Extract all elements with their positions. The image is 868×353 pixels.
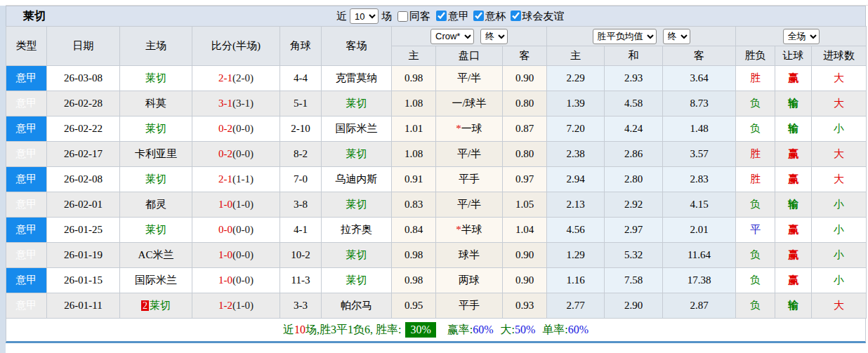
league-badge[interactable]: 意甲 (6, 167, 47, 192)
handicap-name: 平手 (459, 300, 480, 311)
handicap-result-cell: 赢 (775, 243, 812, 268)
col-header-avg-away: 客 (663, 46, 736, 66)
halftime-score: (0-0) (232, 249, 254, 260)
away-team-cell[interactable]: 莱切 (322, 243, 392, 268)
avg-away-cell: 2.83 (663, 167, 736, 192)
home-team-cell[interactable]: 卡利亚里 (120, 142, 192, 167)
halftime-score: (3-1) (232, 98, 254, 109)
filter-coppa-italia-label: 意杯 (485, 11, 506, 22)
corners-cell: 3-3 (280, 293, 322, 319)
home-team-name: 莱切 (150, 300, 171, 311)
home-team-cell[interactable]: 2莱切 (120, 293, 192, 319)
away-team-cell[interactable]: 帕尔马 (322, 293, 392, 319)
league-badge[interactable]: 意甲 (6, 91, 47, 116)
crow-final-select[interactable]: 终 (480, 29, 508, 44)
corners-cell: 4-4 (280, 66, 322, 91)
col-header-avg-home: 主 (547, 46, 605, 66)
odds-away-cell: 0.87 (503, 116, 547, 142)
odds-away-cell: 0.93 (503, 293, 547, 319)
score-cell: 0-0(0-0) (192, 218, 280, 243)
match-date: 26-01-19 (47, 243, 120, 268)
league-badge[interactable]: 意甲 (6, 243, 47, 268)
over-rate: 大:50% (501, 323, 536, 338)
goals-result-cell: 小 (812, 116, 867, 142)
away-team-cell[interactable]: 国际米兰 (322, 116, 392, 142)
col-header-odds-home: 主 (392, 46, 436, 66)
league-badge[interactable]: 意甲 (6, 293, 47, 319)
table-row: 意甲26-01-15国际米兰1-0(0-0)11-3莱切0.98两球0.901.… (6, 268, 867, 293)
halftime-score: (1-0) (232, 300, 254, 311)
league-badge[interactable]: 意甲 (6, 66, 47, 91)
avg-home-cell: 2.13 (547, 192, 605, 218)
same-away-checkbox[interactable] (397, 11, 408, 22)
bookmaker-select[interactable]: Crow* (430, 29, 474, 44)
red-card-badge: 2 (141, 300, 149, 311)
match-count-select[interactable]: 10 (350, 8, 379, 24)
away-team-cell[interactable]: 莱切 (322, 268, 392, 293)
col-header-type: 类型 (6, 27, 47, 66)
away-team-cell[interactable]: 莱切 (322, 142, 392, 167)
avg-final-select[interactable]: 终 (663, 29, 690, 44)
team-title: 莱切 (6, 9, 46, 24)
league-badge[interactable]: 意甲 (6, 218, 47, 243)
fulltime-score: 1-0 (218, 274, 232, 286)
home-team-cell[interactable]: 都灵 (120, 192, 192, 218)
away-team-cell[interactable]: 克雷莫纳 (322, 66, 392, 91)
odds-away-cell: 0.80 (503, 91, 547, 116)
scope-select[interactable]: 全场 (783, 29, 820, 44)
filter-club-friendly-label: 球会友谊 (522, 11, 565, 22)
home-team-cell[interactable]: 莱切 (120, 66, 192, 91)
home-team-cell[interactable]: AC米兰 (120, 243, 192, 268)
away-team-cell[interactable]: 莱切 (322, 192, 392, 218)
league-badge[interactable]: 意甲 (6, 192, 47, 218)
fulltime-score: 1-0 (218, 249, 232, 260)
league-badge[interactable]: 意甲 (6, 116, 47, 142)
away-team-cell[interactable]: 拉齐奥 (322, 218, 392, 243)
handicap-cell: 一/球半 (436, 91, 503, 116)
goals-result-cell: 小 (812, 218, 867, 243)
home-team-cell[interactable]: 莱切 (120, 218, 192, 243)
score-cell: 0-2(0-0) (192, 142, 280, 167)
avg-home-cell: 2.77 (547, 293, 605, 319)
col-header-score: 比分(半场) (192, 27, 280, 66)
filter-coppa-italia-checkbox[interactable] (473, 11, 484, 21)
corners-cell: 7-0 (280, 167, 322, 192)
avg-away-cell: 4.15 (663, 192, 736, 218)
home-team-cell[interactable]: 莱切 (120, 116, 192, 142)
avg-draw-cell: 4.58 (605, 91, 663, 116)
result-cell: 负 (736, 192, 775, 218)
home-team-name: 莱切 (145, 72, 166, 84)
col-header-corner: 角球 (280, 27, 322, 66)
avg-away-cell: 3.57 (663, 142, 736, 167)
home-team-cell[interactable]: 莱切 (120, 167, 192, 192)
average-select[interactable]: 胜平负均值 (593, 29, 657, 44)
halftime-score: (0-0) (232, 224, 254, 235)
handicap-cell: 平手 (436, 293, 503, 319)
away-team-cell[interactable]: 莱切 (322, 91, 392, 116)
match-tbody: 意甲26-03-08莱切2-1(2-0)4-4克雷莫纳0.98平/半0.902.… (6, 66, 867, 319)
handicap-name: 平/半 (457, 148, 481, 159)
filter-club-friendly-checkbox[interactable] (511, 11, 521, 21)
league-badge[interactable]: 意甲 (6, 268, 47, 293)
avg-away-cell: 11.64 (663, 243, 736, 268)
handicap-star: * (456, 224, 461, 235)
filter-serie-a-checkbox[interactable] (436, 11, 447, 21)
fulltime-score: 2-1 (218, 173, 232, 185)
handicap-cell: 球半 (436, 243, 503, 268)
league-badge[interactable]: 意甲 (6, 142, 47, 167)
left-margin-strip (0, 6, 6, 353)
avg-draw-cell: 4.24 (605, 116, 663, 142)
filter-controls: 近 10 场 同客 意甲 意杯 球会友谊 (336, 6, 565, 26)
handicap-win-rate: 赢率:60% (447, 323, 494, 338)
home-team-cell[interactable]: 国际米兰 (120, 268, 192, 293)
away-team-name: 乌迪内斯 (336, 173, 378, 185)
odds-away-cell: 0.90 (503, 66, 547, 91)
away-team-cell[interactable]: 乌迪内斯 (322, 167, 392, 192)
home-team-name: 莱切 (145, 123, 166, 134)
home-team-cell[interactable]: 科莫 (120, 91, 192, 116)
match-date: 26-02-01 (47, 192, 120, 218)
win-rate-badge: 30% (405, 322, 435, 338)
odds-home-cell: 0.84 (392, 218, 436, 243)
match-date: 26-01-15 (47, 268, 120, 293)
title-bar: 莱切 近 10 场 同客 意甲 意杯 球会友谊 (6, 6, 866, 26)
